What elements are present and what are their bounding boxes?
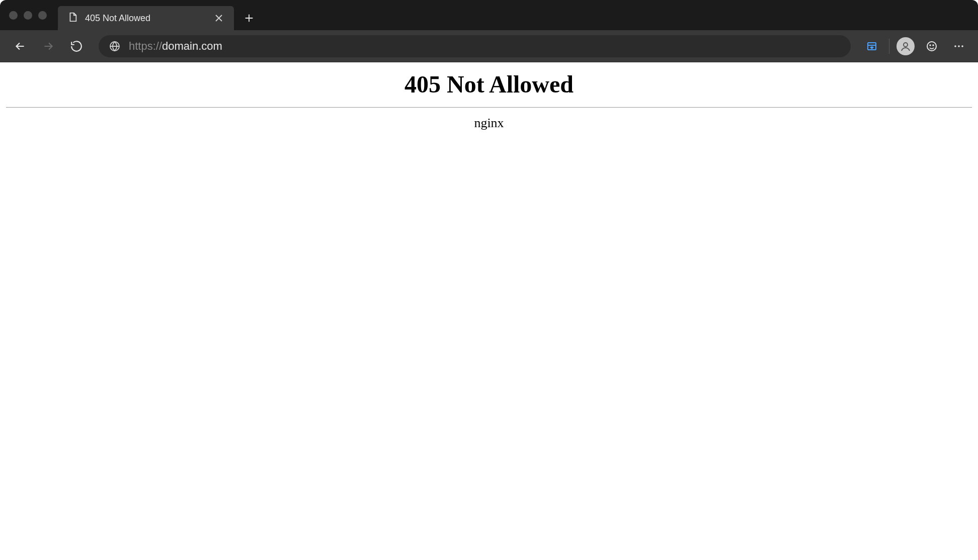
svg-point-3 [927,42,936,51]
url-host: domain.com [162,40,222,52]
svg-point-4 [930,45,931,46]
close-tab-button[interactable] [213,12,225,24]
error-heading: 405 Not Allowed [5,70,973,98]
toolbar-right [862,36,969,56]
profile-button[interactable] [896,37,915,55]
server-name: nginx [5,116,973,131]
window-minimize-button[interactable] [24,11,32,20]
back-button[interactable] [9,35,31,57]
page-content: 405 Not Allowed nginx [0,62,978,560]
url-scheme: https:// [129,40,162,52]
address-bar[interactable]: https://domain.com [99,35,851,57]
svg-point-2 [904,43,908,47]
feedback-smiley-icon[interactable] [922,36,942,56]
refresh-button[interactable] [65,35,88,57]
window-controls [9,11,47,20]
svg-point-6 [954,45,956,47]
svg-point-5 [933,45,934,46]
page-icon [67,12,78,25]
window-maximize-button[interactable] [38,11,47,20]
url-text[interactable]: https://domain.com [129,40,841,53]
browser-tab[interactable]: 405 Not Allowed [58,6,234,30]
browser-toolbar: https://domain.com [0,30,978,62]
svg-point-8 [961,45,963,47]
horizontal-rule [6,107,972,108]
tracking-prevention-icon[interactable] [862,36,882,56]
svg-point-7 [958,45,960,47]
new-tab-button[interactable] [237,6,261,30]
site-identity-icon[interactable] [109,40,121,52]
tab-title: 405 Not Allowed [85,13,206,24]
settings-menu-button[interactable] [949,36,969,56]
forward-button[interactable] [37,35,59,57]
window-close-button[interactable] [9,11,18,20]
title-bar: 405 Not Allowed [0,0,978,30]
toolbar-divider [889,39,889,54]
